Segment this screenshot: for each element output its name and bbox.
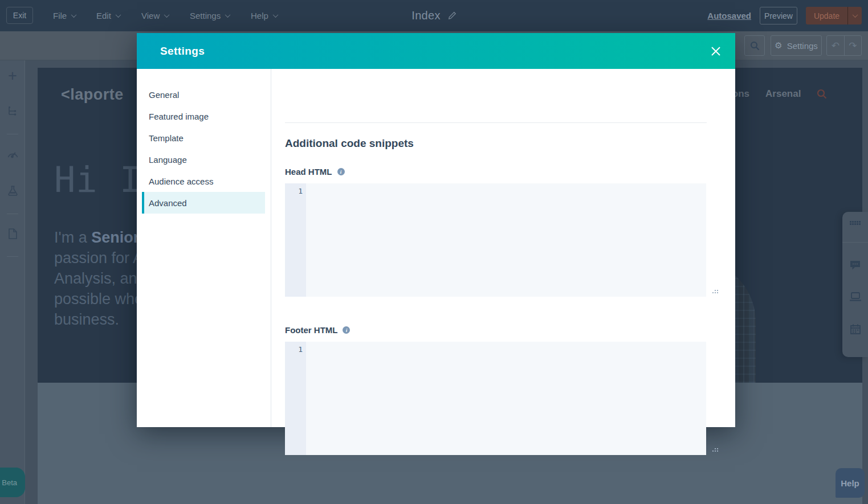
screenshot-root: Exit File Edit View Settings Help Index [0,0,868,504]
modal-nav-label: General [149,90,179,100]
footer-html-code-input[interactable] [306,342,706,455]
footer-html-label: Footer HTML [285,325,337,335]
modal-nav-template[interactable]: Template [142,127,265,149]
content-heading: Additional code snippets [285,137,414,150]
modal-nav-audience-access[interactable]: Audience access [142,170,265,192]
head-html-code-editor: 1 [285,183,706,297]
resize-handle-icon[interactable] [717,292,718,293]
line-number: 1 [298,187,303,195]
modal-nav-general[interactable]: General [142,84,265,105]
modal-nav-label: Template [149,133,184,143]
resize-handle-icon[interactable] [717,450,718,452]
modal-nav-label: Advanced [149,198,187,208]
modal-nav-featured-image[interactable]: Featured image [142,105,265,127]
footer-html-label-row: Footer HTML i [285,325,350,335]
close-icon [711,46,721,56]
modal-nav-language[interactable]: Language [142,149,265,170]
modal-header: Settings [137,33,735,69]
info-icon[interactable]: i [343,326,350,334]
head-html-label: Head HTML [285,167,332,177]
modal-nav-advanced[interactable]: Advanced [142,192,265,214]
line-number-gutter: 1 [285,183,306,297]
modal-content: Additional code snippets Head HTML i 1 F… [271,69,735,427]
info-icon[interactable]: i [337,168,345,175]
settings-modal: Settings General Featured image Template… [137,33,735,427]
section-divider [285,122,707,123]
head-html-label-row: Head HTML i [285,167,345,177]
head-html-code-input[interactable] [306,183,706,297]
footer-html-editor-wrap: 1 [271,342,735,455]
modal-nav-label: Audience access [149,177,213,186]
modal-close-button[interactable] [711,46,721,56]
line-number-gutter: 1 [285,342,306,455]
modal-sidebar-nav: General Featured image Template Language… [137,69,271,427]
footer-html-code-editor: 1 [285,342,706,455]
modal-nav-label: Featured image [149,112,209,121]
head-html-editor-wrap: 1 [271,183,735,297]
modal-nav-label: Language [149,155,187,165]
line-number: 1 [298,345,303,354]
modal-title: Settings [160,45,205,58]
